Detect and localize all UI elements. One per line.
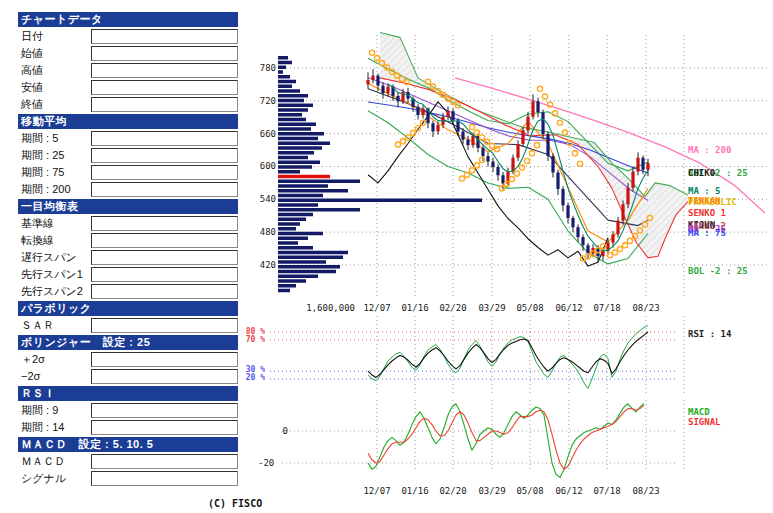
copyright: (C) FISCO (208, 498, 262, 509)
fisco-chart-window: { "window": { "copyright": "(C) FISCO" }… (0, 0, 773, 513)
chart-canvas (0, 0, 773, 513)
